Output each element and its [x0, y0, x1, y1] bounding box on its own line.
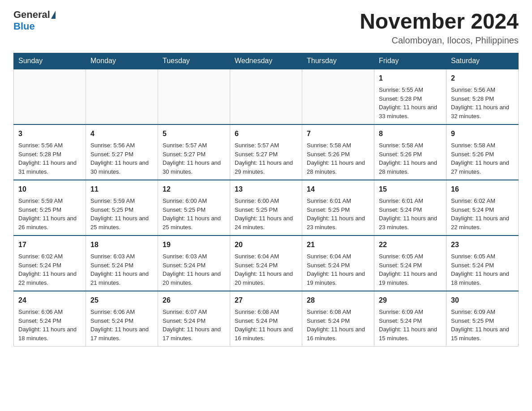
day-info: Sunrise: 6:03 AM Sunset: 5:24 PM Dayligh…	[163, 252, 225, 287]
page-header: General Blue November 2024 Calomboyan, I…	[13, 9, 519, 46]
day-info: Sunrise: 6:02 AM Sunset: 5:24 PM Dayligh…	[18, 252, 81, 287]
day-info: Sunrise: 5:58 AM Sunset: 5:26 PM Dayligh…	[379, 141, 442, 176]
week-row-2: 3Sunrise: 5:56 AM Sunset: 5:28 PM Daylig…	[14, 124, 519, 180]
calendar-cell: 11Sunrise: 5:59 AM Sunset: 5:25 PM Dayli…	[86, 180, 158, 235]
day-number: 30	[451, 295, 514, 306]
calendar-cell: 3Sunrise: 5:56 AM Sunset: 5:28 PM Daylig…	[14, 124, 86, 180]
day-info: Sunrise: 5:56 AM Sunset: 5:27 PM Dayligh…	[90, 141, 153, 176]
day-info: Sunrise: 5:59 AM Sunset: 5:25 PM Dayligh…	[90, 197, 153, 231]
calendar-cell: 7Sunrise: 5:58 AM Sunset: 5:26 PM Daylig…	[302, 124, 374, 180]
day-number: 21	[307, 240, 369, 250]
day-info: Sunrise: 6:05 AM Sunset: 5:24 PM Dayligh…	[379, 252, 442, 287]
day-header-tuesday: Tuesday	[158, 53, 230, 69]
day-info: Sunrise: 5:56 AM Sunset: 5:28 PM Dayligh…	[451, 86, 514, 120]
day-info: Sunrise: 5:58 AM Sunset: 5:26 PM Dayligh…	[451, 141, 514, 176]
day-info: Sunrise: 6:09 AM Sunset: 5:25 PM Dayligh…	[451, 308, 514, 342]
day-number: 20	[235, 240, 297, 250]
day-number: 7	[307, 128, 369, 139]
day-number: 29	[379, 295, 442, 306]
calendar-cell: 20Sunrise: 6:04 AM Sunset: 5:24 PM Dayli…	[230, 235, 302, 291]
calendar-cell: 19Sunrise: 6:03 AM Sunset: 5:24 PM Dayli…	[158, 235, 230, 291]
day-header-monday: Monday	[86, 53, 158, 69]
day-info: Sunrise: 5:58 AM Sunset: 5:26 PM Dayligh…	[307, 141, 369, 176]
calendar-cell: 9Sunrise: 5:58 AM Sunset: 5:26 PM Daylig…	[446, 124, 519, 180]
calendar-cell: 4Sunrise: 5:56 AM Sunset: 5:27 PM Daylig…	[86, 124, 158, 180]
calendar-cell: 22Sunrise: 6:05 AM Sunset: 5:24 PM Dayli…	[374, 235, 446, 291]
calendar-cell: 2Sunrise: 5:56 AM Sunset: 5:28 PM Daylig…	[446, 69, 519, 124]
calendar-cell: 29Sunrise: 6:09 AM Sunset: 5:24 PM Dayli…	[374, 291, 446, 347]
day-number: 13	[235, 184, 297, 195]
month-title: November 2024	[360, 9, 519, 34]
calendar-cell	[86, 69, 158, 124]
days-header-row: SundayMondayTuesdayWednesdayThursdayFrid…	[14, 53, 519, 69]
day-info: Sunrise: 5:55 AM Sunset: 5:28 PM Dayligh…	[379, 86, 442, 120]
calendar-cell	[158, 69, 230, 124]
calendar-cell: 26Sunrise: 6:07 AM Sunset: 5:24 PM Dayli…	[158, 291, 230, 347]
calendar-cell: 21Sunrise: 6:04 AM Sunset: 5:24 PM Dayli…	[302, 235, 374, 291]
day-info: Sunrise: 5:57 AM Sunset: 5:27 PM Dayligh…	[235, 141, 297, 176]
day-info: Sunrise: 6:08 AM Sunset: 5:24 PM Dayligh…	[235, 308, 297, 342]
day-number: 26	[163, 295, 225, 306]
week-row-3: 10Sunrise: 5:59 AM Sunset: 5:25 PM Dayli…	[14, 180, 519, 235]
day-number: 14	[307, 184, 369, 195]
day-number: 4	[90, 128, 153, 139]
calendar-cell: 15Sunrise: 6:01 AM Sunset: 5:24 PM Dayli…	[374, 180, 446, 235]
day-number: 6	[235, 128, 297, 139]
day-number: 9	[451, 128, 514, 139]
calendar-table: SundayMondayTuesdayWednesdayThursdayFrid…	[13, 53, 519, 347]
day-info: Sunrise: 6:00 AM Sunset: 5:25 PM Dayligh…	[235, 197, 297, 231]
location-subtitle: Calomboyan, Ilocos, Philippines	[360, 35, 519, 46]
day-number: 5	[163, 128, 225, 139]
calendar-cell: 27Sunrise: 6:08 AM Sunset: 5:24 PM Dayli…	[230, 291, 302, 347]
calendar-cell: 12Sunrise: 6:00 AM Sunset: 5:25 PM Dayli…	[158, 180, 230, 235]
day-info: Sunrise: 6:08 AM Sunset: 5:24 PM Dayligh…	[307, 308, 369, 342]
day-number: 23	[451, 240, 514, 250]
calendar-cell: 17Sunrise: 6:02 AM Sunset: 5:24 PM Dayli…	[14, 235, 86, 291]
day-number: 16	[451, 184, 514, 195]
calendar-cell: 28Sunrise: 6:08 AM Sunset: 5:24 PM Dayli…	[302, 291, 374, 347]
day-info: Sunrise: 6:07 AM Sunset: 5:24 PM Dayligh…	[163, 308, 225, 342]
calendar-cell	[230, 69, 302, 124]
day-number: 27	[235, 295, 297, 306]
day-info: Sunrise: 6:06 AM Sunset: 5:24 PM Dayligh…	[90, 308, 153, 342]
logo: General Blue	[13, 9, 56, 32]
day-header-friday: Friday	[374, 53, 446, 69]
day-number: 19	[163, 240, 225, 250]
day-info: Sunrise: 6:03 AM Sunset: 5:24 PM Dayligh…	[90, 252, 153, 287]
day-header-thursday: Thursday	[302, 53, 374, 69]
day-number: 15	[379, 184, 442, 195]
calendar-cell	[302, 69, 374, 124]
calendar-cell: 8Sunrise: 5:58 AM Sunset: 5:26 PM Daylig…	[374, 124, 446, 180]
day-info: Sunrise: 6:00 AM Sunset: 5:25 PM Dayligh…	[163, 197, 225, 231]
day-info: Sunrise: 6:06 AM Sunset: 5:24 PM Dayligh…	[18, 308, 81, 342]
calendar-cell: 24Sunrise: 6:06 AM Sunset: 5:24 PM Dayli…	[14, 291, 86, 347]
day-info: Sunrise: 6:01 AM Sunset: 5:24 PM Dayligh…	[379, 197, 442, 231]
day-info: Sunrise: 6:01 AM Sunset: 5:25 PM Dayligh…	[307, 197, 369, 231]
day-number: 2	[451, 73, 514, 84]
day-number: 25	[90, 295, 153, 306]
calendar-cell: 16Sunrise: 6:02 AM Sunset: 5:24 PM Dayli…	[446, 180, 519, 235]
calendar-cell: 30Sunrise: 6:09 AM Sunset: 5:25 PM Dayli…	[446, 291, 519, 347]
day-number: 24	[18, 295, 81, 306]
calendar-cell: 10Sunrise: 5:59 AM Sunset: 5:25 PM Dayli…	[14, 180, 86, 235]
calendar-cell: 14Sunrise: 6:01 AM Sunset: 5:25 PM Dayli…	[302, 180, 374, 235]
week-row-5: 24Sunrise: 6:06 AM Sunset: 5:24 PM Dayli…	[14, 291, 519, 347]
week-row-1: 1Sunrise: 5:55 AM Sunset: 5:28 PM Daylig…	[14, 69, 519, 124]
calendar-cell: 25Sunrise: 6:06 AM Sunset: 5:24 PM Dayli…	[86, 291, 158, 347]
day-info: Sunrise: 6:09 AM Sunset: 5:24 PM Dayligh…	[379, 308, 442, 342]
day-info: Sunrise: 6:04 AM Sunset: 5:24 PM Dayligh…	[235, 252, 297, 287]
day-number: 11	[90, 184, 153, 195]
calendar-cell: 18Sunrise: 6:03 AM Sunset: 5:24 PM Dayli…	[86, 235, 158, 291]
logo-general-text: General	[13, 9, 50, 21]
day-header-sunday: Sunday	[14, 53, 86, 69]
logo-blue-text: Blue	[13, 21, 35, 32]
calendar-cell: 23Sunrise: 6:05 AM Sunset: 5:24 PM Dayli…	[446, 235, 519, 291]
day-number: 22	[379, 240, 442, 250]
calendar-cell: 13Sunrise: 6:00 AM Sunset: 5:25 PM Dayli…	[230, 180, 302, 235]
calendar-cell: 1Sunrise: 5:55 AM Sunset: 5:28 PM Daylig…	[374, 69, 446, 124]
day-info: Sunrise: 6:05 AM Sunset: 5:24 PM Dayligh…	[451, 252, 514, 287]
day-number: 10	[18, 184, 81, 195]
calendar-cell	[14, 69, 86, 124]
day-number: 1	[379, 73, 442, 84]
day-info: Sunrise: 5:56 AM Sunset: 5:28 PM Dayligh…	[18, 141, 81, 176]
